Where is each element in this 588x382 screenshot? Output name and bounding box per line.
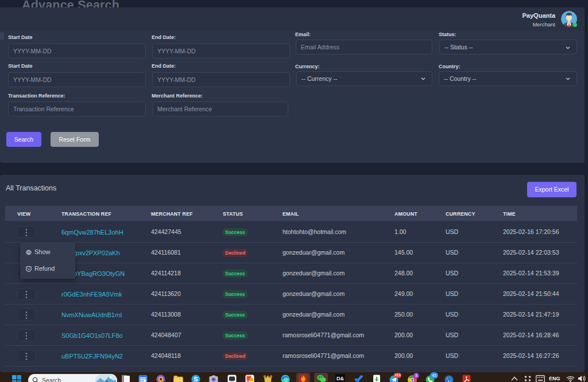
- svg-text:S: S: [194, 376, 198, 382]
